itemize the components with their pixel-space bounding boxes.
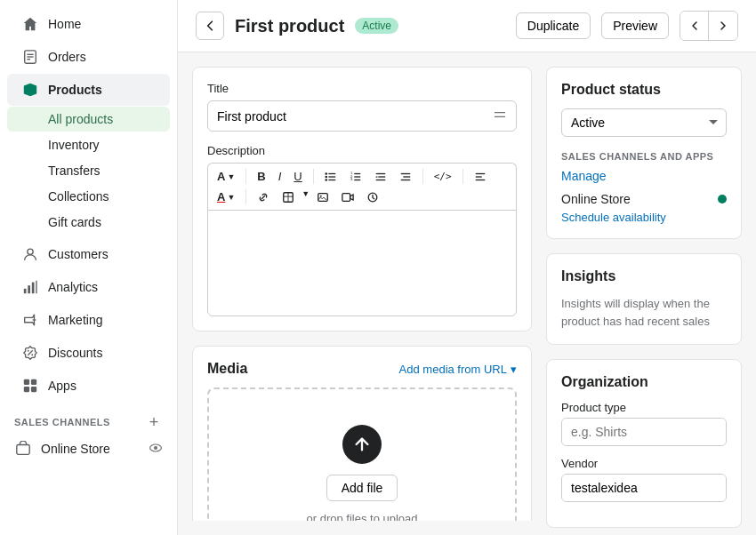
duplicate-button[interactable]: Duplicate xyxy=(516,12,591,39)
preview-button[interactable]: Preview xyxy=(601,12,669,39)
svg-point-24 xyxy=(325,179,327,181)
page-header: First product Active Duplicate Preview xyxy=(178,0,756,52)
insights-title: Insights xyxy=(561,268,727,284)
sidebar-sub-all-products-label: All products xyxy=(48,112,113,126)
upload-area[interactable]: Add file or drop files to upload xyxy=(207,387,517,521)
sidebar-sub-transfers[interactable]: Transfers xyxy=(7,158,170,183)
svg-rect-5 xyxy=(24,289,27,293)
prev-product-button[interactable] xyxy=(680,12,709,40)
toolbar-code-btn[interactable]: </> xyxy=(429,167,457,186)
content-area: Title Description A ▼ B I U xyxy=(178,52,756,535)
toolbar-video-btn[interactable] xyxy=(336,188,359,206)
drop-text: or drop files to upload xyxy=(306,512,417,521)
products-icon xyxy=(21,81,39,99)
schedule-availability-link[interactable]: Schedule availability xyxy=(561,211,666,224)
side-column: Product status Active Draft SALES CHANNE… xyxy=(546,67,742,521)
sidebar-item-apps[interactable]: Apps xyxy=(7,370,170,402)
sidebar-item-orders[interactable]: Orders xyxy=(7,41,170,73)
toolbar-indent-btn[interactable] xyxy=(369,167,392,186)
analytics-icon xyxy=(21,278,39,296)
add-sales-channel-button[interactable]: + xyxy=(145,413,163,431)
sidebar-item-home[interactable]: Home xyxy=(7,8,170,40)
expand-icon xyxy=(493,108,507,124)
home-icon xyxy=(21,15,39,33)
media-title: Media xyxy=(207,361,247,377)
toolbar-color-btn[interactable]: A ▼ xyxy=(212,188,240,206)
organization-title: Organization xyxy=(561,374,727,390)
insights-card: Insights Insights will display when the … xyxy=(546,253,742,345)
sidebar-analytics-label: Analytics xyxy=(48,280,98,294)
sales-channels-apps-label: SALES CHANNELS AND APPS xyxy=(561,151,727,162)
media-card: Media Add media from URL ▾ Add file or d… xyxy=(192,346,532,521)
vendor-input-wrap: ▲ ▼ xyxy=(561,474,727,502)
toolbar-italic-btn[interactable]: I xyxy=(273,167,287,186)
toolbar-ul-btn[interactable] xyxy=(319,167,342,186)
discounts-icon xyxy=(21,344,39,362)
svg-point-11 xyxy=(28,350,29,352)
title-input[interactable] xyxy=(217,109,493,124)
sidebar-sub-all-products[interactable]: All products xyxy=(7,107,170,132)
back-button[interactable] xyxy=(196,12,224,40)
svg-text:3.: 3. xyxy=(350,177,353,181)
product-type-input-wrap: ▲ ▼ xyxy=(561,418,727,446)
title-input-wrapper xyxy=(207,100,517,132)
sales-channels-section: SALES CHANNELS + xyxy=(0,403,177,435)
toolbar-sep-2 xyxy=(313,169,314,184)
vendor-label: Vendor xyxy=(561,457,727,470)
sidebar-sub-gift-cards[interactable]: Gift cards xyxy=(7,210,170,235)
product-type-input[interactable] xyxy=(562,419,727,445)
sidebar-orders-label: Orders xyxy=(48,50,86,64)
sidebar-item-products[interactable]: Products xyxy=(7,74,170,106)
toolbar-underline-btn[interactable]: U xyxy=(288,167,307,186)
header-left: First product Active xyxy=(196,12,398,40)
sidebar-online-store[interactable]: Online Store xyxy=(0,435,177,463)
toolbar-ol-btn[interactable]: 1.2.3. xyxy=(344,167,367,186)
vendor-input[interactable] xyxy=(562,475,727,501)
svg-point-4 xyxy=(28,249,33,254)
toolbar-font-btn[interactable]: A ▼ xyxy=(212,167,240,186)
add-media-button[interactable]: Add media from URL ▾ xyxy=(399,363,517,376)
sidebar-home-label: Home xyxy=(48,17,81,31)
marketing-icon xyxy=(21,311,39,329)
vendor-field: Vendor ▲ ▼ xyxy=(561,457,727,502)
page-title: First product xyxy=(235,16,344,36)
add-media-label: Add media from URL xyxy=(399,363,507,376)
sidebar-customers-label: Customers xyxy=(48,247,109,261)
toolbar-outdent-btn[interactable] xyxy=(394,167,417,186)
svg-rect-16 xyxy=(31,387,36,392)
main-column: Title Description A ▼ B I U xyxy=(192,67,532,521)
toolbar-bold-btn[interactable]: B xyxy=(252,167,270,186)
toolbar-clock-btn[interactable] xyxy=(361,188,384,206)
svg-rect-13 xyxy=(24,379,29,385)
svg-rect-6 xyxy=(28,285,30,293)
next-product-button[interactable] xyxy=(709,12,737,40)
sidebar-item-customers[interactable]: Customers xyxy=(7,238,170,270)
add-file-button[interactable]: Add file xyxy=(326,475,398,501)
sidebar-item-discounts[interactable]: Discounts xyxy=(7,337,170,369)
sidebar-sub-collections[interactable]: Collections xyxy=(7,184,170,209)
sidebar-products-label: Products xyxy=(48,83,102,97)
sidebar-item-marketing[interactable]: Marketing xyxy=(7,304,170,336)
toolbar-image-btn[interactable] xyxy=(311,188,334,206)
sidebar-item-analytics[interactable]: Analytics xyxy=(7,271,170,303)
sidebar-sub-collections-label: Collections xyxy=(48,189,109,204)
sidebar-sub-inventory[interactable]: Inventory xyxy=(7,132,170,157)
status-badge: Active xyxy=(355,18,398,34)
svg-rect-8 xyxy=(36,281,36,293)
description-editor[interactable] xyxy=(207,210,517,316)
sales-channels-label: SALES CHANNELS xyxy=(14,417,110,427)
toolbar-table-btn[interactable] xyxy=(277,188,300,206)
product-status-select[interactable]: Active Draft xyxy=(561,108,727,137)
svg-point-22 xyxy=(325,175,327,178)
online-store-channel-label: Online Store xyxy=(41,442,110,456)
sidebar-sub-inventory-label: Inventory xyxy=(48,138,100,152)
manage-link[interactable]: Manage xyxy=(561,169,727,183)
nav-arrows xyxy=(680,11,738,41)
sidebar-apps-label: Apps xyxy=(48,379,76,393)
sidebar-sub-gift-cards-label: Gift cards xyxy=(48,215,101,229)
toolbar-sep-5 xyxy=(245,189,246,204)
svg-rect-15 xyxy=(24,387,29,392)
toolbar-link-btn[interactable] xyxy=(252,188,275,206)
toolbar-align-btn[interactable] xyxy=(469,167,492,186)
svg-rect-17 xyxy=(17,445,29,455)
